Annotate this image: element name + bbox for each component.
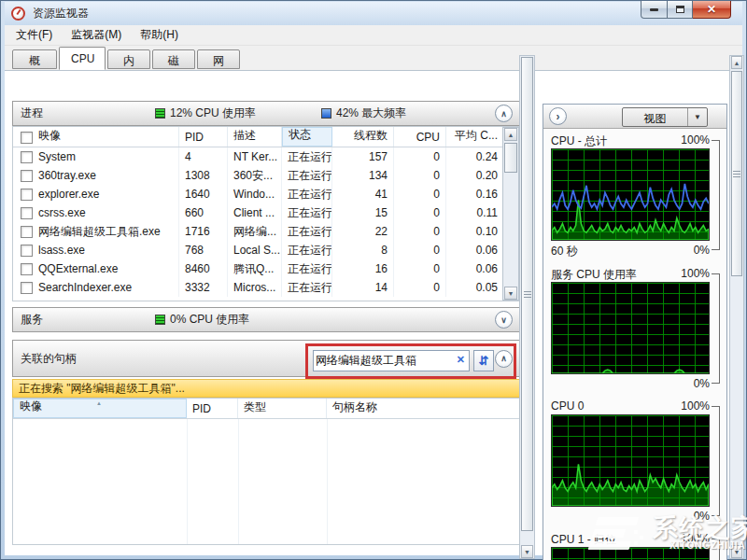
tab-memory[interactable]: 内存 [107,49,150,69]
table-row[interactable]: SearchIndexer.exe3332Micros...正在运行1400.0… [13,278,519,297]
chart-cpu-total [551,148,710,241]
table-row[interactable]: explorer.exe1640Windo...正在运行4100.16 [13,185,519,203]
col-header-image[interactable]: 映像 [13,127,179,147]
chart-cpu0 [551,414,710,507]
row-checkbox[interactable] [21,151,33,163]
dropdown-arrow-icon[interactable]: ▼ [687,108,707,126]
col-header-description[interactable]: 描述 [228,127,282,147]
process-table-header: 映像 PID 描述 ▲状态 线程数 CPU 平均 C... [13,127,519,147]
panel-expand-button[interactable]: › [549,107,567,125]
minimize-icon [650,8,658,11]
scrollbar-thumb[interactable] [521,57,533,531]
cpu-usage-legend-icon [155,108,165,119]
table-row[interactable]: csrss.exe660Client ...正在运行1500.11 [13,203,519,222]
title-bar[interactable]: 资源监视器 [5,2,742,25]
charts-panel: › 视图 ▼ CPU - 总计100% 60 秒0% 服务 CPU 使用率100… [543,104,727,560]
table-row[interactable]: 360tray.exe1308360安...正在运行13400.20 [13,166,519,185]
scrollbar-thumb[interactable] [504,143,517,173]
row-checkbox[interactable] [21,207,33,219]
col-header-handle-pid[interactable]: PID [187,399,238,418]
handles-section-title: 关联的句柄 [21,351,77,367]
close-button[interactable]: ✕ [693,1,731,19]
services-section-title: 服务 [21,312,43,328]
max-frequency-legend-icon [321,108,331,119]
table-row[interactable]: QQExternal.exe8460腾讯Q...正在运行1600.06 [13,259,519,278]
search-handles-button[interactable]: ⇵ [473,350,494,371]
main-scrollbar[interactable]: ▼ [519,55,535,559]
process-section-header: 进程 12% CPU 使用率 42% 最大频率 ∧ [12,101,520,126]
chart-services [551,282,710,374]
menu-help[interactable]: 帮助(H) [133,25,186,45]
col-header-cpu[interactable]: CPU [394,127,446,147]
column-divider [187,419,188,544]
scroll-down-icon[interactable]: ▼ [504,287,517,300]
sort-asc-icon: ▲ [303,129,309,134]
row-checkbox[interactable] [21,226,33,238]
tab-cpu[interactable]: CPU [59,47,106,70]
col-header-avg-cpu[interactable]: 平均 C... [446,127,503,147]
scrollbar-thumb[interactable] [731,71,742,276]
services-cpu-usage-label: 0% CPU 使用率 [170,312,249,328]
chart-range-bracket [712,539,720,560]
scroll-up-icon[interactable]: ▲ [731,56,742,69]
tab-network[interactable]: 网络 [197,49,240,69]
row-checkbox[interactable] [21,263,33,275]
sort-asc-icon: ▲ [96,400,102,406]
services-cpu-legend-icon [155,315,165,325]
row-checkbox[interactable] [21,245,33,257]
chevron-down-icon: ∨ [500,315,507,325]
charts-toolbar: › 视图 ▼ [543,105,726,129]
process-collapse-button[interactable]: ∧ [495,105,513,122]
panel-scrollbar[interactable]: ▲ ▼ [729,55,744,559]
process-rows: System4NT Ker...正在运行15700.24360tray.exe1… [13,147,519,297]
maximize-button[interactable] [668,1,693,19]
process-table: 映像 PID 描述 ▲状态 线程数 CPU 平均 C... System4NT … [12,126,520,301]
view-button-label: 视图 [623,108,687,126]
row-checkbox[interactable] [21,282,33,294]
select-all-checkbox[interactable] [21,132,33,144]
services-expand-button[interactable]: ∨ [495,311,513,329]
tab-disk[interactable]: 磁盘 [152,49,195,69]
scroll-up-icon[interactable]: ▲ [504,128,517,141]
chart-range-bracket [712,140,720,250]
view-button[interactable]: 视图 ▼ [622,107,708,127]
handles-collapse-button[interactable]: ∧ [495,350,513,368]
row-checkbox[interactable] [21,189,33,201]
cpu-usage-label: 12% CPU 使用率 [170,105,256,121]
close-icon: ✕ [707,3,716,16]
scroll-down-icon[interactable]: ▼ [731,545,742,558]
chart-cpu1-label: CPU 1 - 归位100% [551,532,710,548]
menu-monitor[interactable]: 监视器(M) [63,25,129,45]
row-checkbox[interactable] [21,170,33,182]
chart-services-label: 服务 CPU 使用率100% [551,267,710,283]
handle-search-input[interactable] [316,352,446,370]
menu-file[interactable]: 文件(F) [8,25,60,45]
table-row[interactable]: 网络编辑超级工具箱.exe1716网络编...正在运行2200.10 [13,222,519,241]
process-table-scrollbar[interactable]: ▲ ▼ [502,127,519,301]
chevron-right-icon: › [557,110,560,123]
col-header-threads[interactable]: 线程数 [332,127,394,147]
col-header-handle-type[interactable]: 类型 [238,399,327,418]
chart-cpu-total-label: CPU - 总计100% [551,133,710,149]
chevron-up-icon: ∧ [500,109,507,119]
col-header-status[interactable]: ▲状态 [282,127,332,147]
resource-monitor-icon [11,7,25,21]
chart-range-bracket [712,273,720,384]
max-frequency-label: 42% 最大频率 [336,105,406,121]
col-header-pid[interactable]: PID [179,127,228,147]
refresh-icon: ⇵ [479,354,489,368]
minimize-button[interactable] [641,1,668,19]
scroll-down-icon[interactable]: ▼ [521,545,533,558]
col-header-handle-name[interactable]: 句柄名称 [327,399,504,418]
column-divider [327,419,328,544]
table-row[interactable]: lsass.exe768Local S...正在运行800.06 [13,241,519,259]
maximize-icon [676,6,684,13]
tab-overview[interactable]: 概述 [12,49,57,69]
chevron-up-icon: ∧ [500,354,507,363]
col-header-handle-image[interactable]: ▲映像 [13,399,187,418]
clear-search-icon[interactable]: ✕ [457,354,465,366]
chart-services-footer: 0% [551,377,710,390]
table-row[interactable]: System4NT Ker...正在运行15700.24 [13,147,519,166]
menu-bar: 文件(F) 监视器(M) 帮助(H) [5,25,742,46]
handle-search-box: ✕ [313,350,470,371]
